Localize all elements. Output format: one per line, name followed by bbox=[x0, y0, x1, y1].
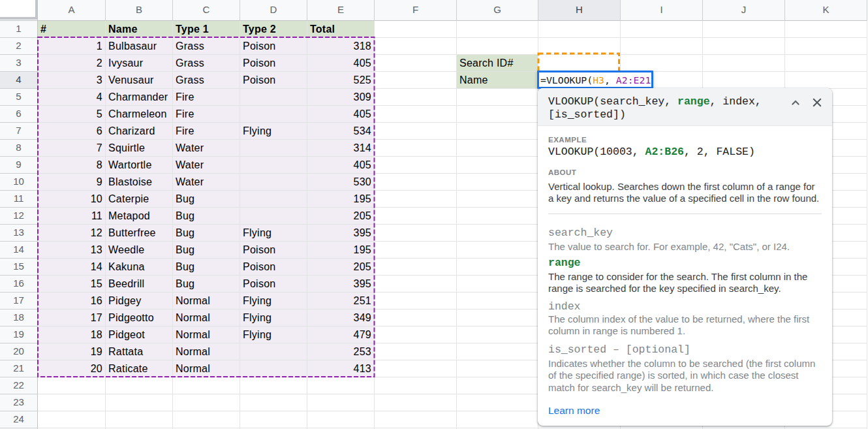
cell-E8[interactable]: 314 bbox=[307, 140, 375, 157]
cell-E23[interactable] bbox=[307, 394, 375, 411]
cell-C17[interactable]: Normal bbox=[173, 293, 240, 310]
cell-K3[interactable] bbox=[785, 55, 867, 72]
cell-C19[interactable]: Normal bbox=[173, 326, 240, 343]
cell-C21[interactable]: Normal bbox=[173, 360, 240, 377]
cell-E13[interactable]: 395 bbox=[307, 225, 375, 242]
row-header-14[interactable]: 14 bbox=[0, 242, 38, 259]
cell-D18[interactable]: Flying bbox=[240, 310, 307, 326]
cell-B19[interactable]: Pidgeot bbox=[106, 326, 173, 343]
cell-A23[interactable] bbox=[38, 394, 106, 411]
cell-F16[interactable] bbox=[375, 276, 457, 293]
row-header-23[interactable]: 23 bbox=[0, 394, 38, 411]
row-header-20[interactable]: 20 bbox=[0, 343, 38, 360]
row-header-8[interactable]: 8 bbox=[0, 140, 38, 157]
cell-B21[interactable]: Raticate bbox=[106, 360, 173, 377]
cell-C14[interactable]: Bug bbox=[173, 242, 240, 259]
cell-E2[interactable]: 318 bbox=[307, 38, 375, 55]
row-header-16[interactable]: 16 bbox=[0, 276, 38, 293]
cell-A2[interactable]: 1 bbox=[38, 38, 106, 55]
cell-F23[interactable] bbox=[375, 394, 457, 411]
cell-C2[interactable]: Grass bbox=[173, 38, 240, 55]
cell-C20[interactable]: Normal bbox=[173, 343, 240, 360]
cell-A20[interactable]: 19 bbox=[38, 343, 106, 360]
cell-B8[interactable]: Squirtle bbox=[106, 140, 173, 157]
cell-C9[interactable]: Water bbox=[173, 157, 240, 174]
cell-G5[interactable] bbox=[457, 89, 538, 106]
row-header-24[interactable]: 24 bbox=[0, 411, 38, 428]
cell-J2[interactable] bbox=[703, 38, 785, 55]
cell-B16[interactable]: Beedrill bbox=[106, 276, 173, 293]
cell-F8[interactable] bbox=[375, 140, 457, 157]
row-header-17[interactable]: 17 bbox=[0, 293, 38, 310]
row-header-9[interactable]: 9 bbox=[0, 157, 38, 174]
cell-J4[interactable] bbox=[703, 72, 785, 89]
cell-D12[interactable] bbox=[240, 208, 307, 225]
cell-K4[interactable] bbox=[785, 72, 867, 89]
cell-C11[interactable]: Bug bbox=[173, 191, 240, 208]
cell-F2[interactable] bbox=[375, 38, 457, 55]
cell-A12[interactable]: 11 bbox=[38, 208, 106, 225]
cell-B17[interactable]: Pidgey bbox=[106, 293, 173, 310]
cell-F4[interactable] bbox=[375, 72, 457, 89]
cell-F7[interactable] bbox=[375, 123, 457, 140]
cell-H1[interactable] bbox=[538, 21, 621, 38]
cell-G14[interactable] bbox=[457, 242, 538, 259]
cell-C16[interactable]: Bug bbox=[173, 276, 240, 293]
cell-E16[interactable]: 395 bbox=[307, 276, 375, 293]
row-header-19[interactable]: 19 bbox=[0, 326, 38, 343]
cell-F1[interactable] bbox=[375, 21, 457, 38]
cell-E17[interactable]: 251 bbox=[307, 293, 375, 310]
cell-E11[interactable]: 195 bbox=[307, 191, 375, 208]
cell-D24[interactable] bbox=[240, 411, 307, 428]
cell-B18[interactable]: Pidgeotto bbox=[106, 310, 173, 326]
cell-G16[interactable] bbox=[457, 276, 538, 293]
cell-E20[interactable]: 253 bbox=[307, 343, 375, 360]
cell-F19[interactable] bbox=[375, 326, 457, 343]
cell-C12[interactable]: Bug bbox=[173, 208, 240, 225]
row-header-1[interactable]: 1 bbox=[0, 21, 38, 38]
cell-B10[interactable]: Blastoise bbox=[106, 174, 173, 191]
cell-A4[interactable]: 3 bbox=[38, 72, 106, 89]
cell-G19[interactable] bbox=[457, 326, 538, 343]
cell-G1[interactable] bbox=[457, 21, 538, 38]
cell-D13[interactable]: Flying bbox=[240, 225, 307, 242]
cell-B24[interactable] bbox=[106, 411, 173, 428]
cell-B4[interactable]: Venusaur bbox=[106, 72, 173, 89]
cell-I1[interactable] bbox=[621, 21, 703, 38]
cell-D9[interactable] bbox=[240, 157, 307, 174]
cell-D5[interactable] bbox=[240, 89, 307, 106]
cell-G24[interactable] bbox=[457, 411, 538, 428]
column-header-J[interactable]: J bbox=[703, 0, 785, 21]
cell-A21[interactable]: 20 bbox=[38, 360, 106, 377]
cell-D17[interactable]: Flying bbox=[240, 293, 307, 310]
cell-G3[interactable]: Search ID# bbox=[457, 55, 538, 72]
cell-A11[interactable]: 10 bbox=[38, 191, 106, 208]
cell-F3[interactable] bbox=[375, 55, 457, 72]
cell-G4[interactable]: Name bbox=[457, 72, 538, 89]
column-header-K[interactable]: K bbox=[785, 0, 867, 21]
cell-A3[interactable]: 2 bbox=[38, 55, 106, 72]
column-header-G[interactable]: G bbox=[457, 0, 538, 21]
row-header-7[interactable]: 7 bbox=[0, 123, 38, 140]
cell-I3[interactable] bbox=[621, 55, 703, 72]
column-header-D[interactable]: D bbox=[240, 0, 307, 21]
cell-F24[interactable] bbox=[375, 411, 457, 428]
cell-A13[interactable]: 12 bbox=[38, 225, 106, 242]
cell-D1[interactable]: Type 2 bbox=[240, 21, 307, 38]
cell-C5[interactable]: Fire bbox=[173, 89, 240, 106]
collapse-icon[interactable] bbox=[792, 100, 799, 105]
cell-D7[interactable]: Flying bbox=[240, 123, 307, 140]
cell-A22[interactable] bbox=[38, 377, 106, 394]
cell-D14[interactable]: Poison bbox=[240, 242, 307, 259]
cell-E7[interactable]: 534 bbox=[307, 123, 375, 140]
row-header-5[interactable]: 5 bbox=[0, 89, 38, 106]
cell-B2[interactable]: Bulbasaur bbox=[106, 38, 173, 55]
cell-E15[interactable]: 205 bbox=[307, 259, 375, 276]
cell-A15[interactable]: 14 bbox=[38, 259, 106, 276]
cell-D22[interactable] bbox=[240, 377, 307, 394]
cell-A10[interactable]: 9 bbox=[38, 174, 106, 191]
cell-E14[interactable]: 195 bbox=[307, 242, 375, 259]
cell-G21[interactable] bbox=[457, 360, 538, 377]
cell-G22[interactable] bbox=[457, 377, 538, 394]
cell-K1[interactable] bbox=[785, 21, 867, 38]
